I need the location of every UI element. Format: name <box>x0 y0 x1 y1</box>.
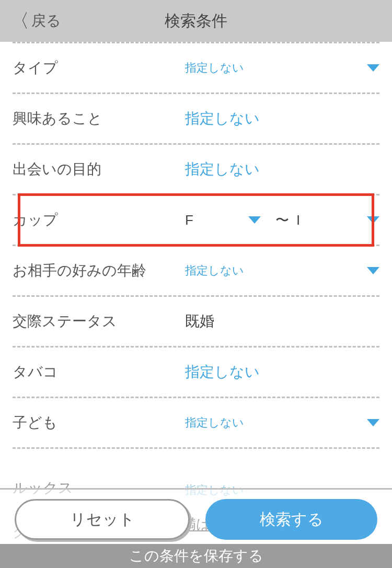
chevron-down-icon <box>367 267 379 274</box>
range-tilde: 〜 <box>275 211 289 229</box>
row-value: 既婚 <box>185 311 379 331</box>
row-purpose[interactable]: 出会いの目的 指定しない <box>13 145 379 194</box>
row-label: 子ども <box>13 413 185 433</box>
row-tobacco[interactable]: タバコ 指定しない <box>13 347 379 397</box>
row-label: 出会いの目的 <box>13 159 185 179</box>
row-value: 指定しない <box>185 263 379 279</box>
reset-button[interactable]: リセット <box>15 499 190 540</box>
row-age[interactable]: お相手の好みの年齢 指定しない <box>13 246 379 295</box>
row-type[interactable]: タイプ 指定しない <box>13 43 379 92</box>
range-to[interactable]: I <box>296 212 379 228</box>
save-button[interactable]: この条件を保存する <box>0 544 392 568</box>
back-label: 戻る <box>31 11 61 31</box>
row-value: 指定しない <box>185 159 379 179</box>
row-value: 指定しない <box>185 60 379 76</box>
row-cup[interactable]: カップ F 〜 I <box>13 195 379 245</box>
chevron-down-icon <box>367 419 379 426</box>
chevron-down-icon <box>248 216 261 224</box>
range-to-value: I <box>296 212 300 228</box>
search-button[interactable]: 検索する <box>205 499 377 540</box>
row-label: カップ <box>13 210 185 230</box>
row-children[interactable]: 子ども 指定しない <box>13 398 379 447</box>
row-label: タイプ <box>13 58 185 78</box>
row-label: タバコ <box>13 362 185 382</box>
range-from-value: F <box>185 212 193 228</box>
row-value: 指定しない <box>185 109 379 129</box>
range: F 〜 I <box>185 211 379 229</box>
row-label: 交際ステータス <box>13 311 185 331</box>
range-from[interactable]: F <box>185 212 268 228</box>
row-interest[interactable]: 興味あること 指定しない <box>13 94 379 143</box>
row-label: 興味あること <box>13 109 185 129</box>
row-value: 指定しない <box>185 415 379 431</box>
chevron-down-icon <box>367 64 379 72</box>
chevron-left-icon: 〈 <box>10 8 29 34</box>
chevron-down-icon <box>367 216 379 224</box>
row-value: 指定しない <box>185 362 379 382</box>
row-label: お相手の好みの年齢 <box>13 261 185 281</box>
bottom-bar: リセット 検索する <box>0 488 392 544</box>
filter-list: タイプ 指定しない 興味あること 指定しない 出会いの目的 指定しない カップ … <box>0 42 392 449</box>
row-status[interactable]: 交際ステータス 既婚 <box>13 297 379 346</box>
back-button[interactable]: 〈 戻る <box>0 8 61 34</box>
page-title: 検索条件 <box>165 10 227 32</box>
header: 〈 戻る 検索条件 <box>0 0 392 42</box>
